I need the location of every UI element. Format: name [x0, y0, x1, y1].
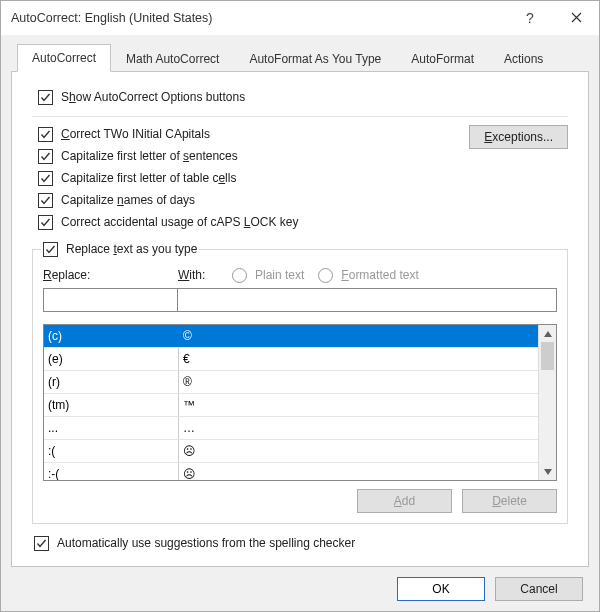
replace-header-row: Replace: With: Plain text Formatted text	[43, 264, 557, 286]
add-button[interactable]: Add	[357, 489, 452, 513]
check-label: Replace text as you type	[66, 242, 197, 256]
with-input[interactable]	[178, 288, 557, 312]
group-capitalization: Correct TWo INitial CApitals Capitalize …	[32, 123, 568, 245]
check-replace-as-you-type[interactable]: Replace text as you type	[43, 238, 197, 260]
exceptions-button[interactable]: Exceptions...	[469, 125, 568, 149]
replace-input-row	[43, 288, 557, 312]
list-item[interactable]: (e)€	[44, 347, 538, 370]
group-spelling-checker: Automatically use suggestions from the s…	[32, 532, 568, 554]
replace-col-label: Replace:	[43, 268, 178, 282]
list-item[interactable]: (tm)™	[44, 393, 538, 416]
tab-autoformat-as-you-type[interactable]: AutoFormat As You Type	[234, 45, 396, 72]
check-names-of-days[interactable]: Capitalize names of days	[38, 189, 568, 211]
tab-math-autocorrect[interactable]: Math AutoCorrect	[111, 45, 234, 72]
tab-autoformat[interactable]: AutoFormat	[396, 45, 489, 72]
radio-formatted-text: Formatted text	[318, 264, 418, 286]
autocorrect-dialog: AutoCorrect: English (United States) ? A…	[0, 0, 600, 612]
radio-label: Formatted text	[341, 268, 418, 282]
radio-label: Plain text	[255, 268, 304, 282]
checkbox-icon	[34, 536, 49, 551]
check-label: Show AutoCorrect Options buttons	[61, 90, 245, 104]
check-label: Automatically use suggestions from the s…	[57, 536, 355, 550]
checkbox-icon	[38, 215, 53, 230]
close-button[interactable]	[553, 1, 599, 35]
scroll-up-icon[interactable]	[539, 325, 556, 342]
dialog-button-row: OK Cancel	[11, 567, 589, 601]
check-label: Capitalize names of days	[61, 193, 195, 207]
replace-input[interactable]	[43, 288, 178, 312]
list-item[interactable]: (c)©	[44, 325, 538, 347]
radio-plain-text: Plain text	[232, 264, 304, 286]
ok-button[interactable]: OK	[397, 577, 485, 601]
list-scrollbar[interactable]	[538, 325, 556, 480]
tab-page-autocorrect: Show AutoCorrect Options buttons Correct…	[11, 72, 589, 567]
list-item[interactable]: (r)®	[44, 370, 538, 393]
check-use-spelling-suggestions[interactable]: Automatically use suggestions from the s…	[34, 532, 568, 554]
tab-bar: AutoCorrect Math AutoCorrect AutoFormat …	[11, 43, 589, 72]
tab-actions[interactable]: Actions	[489, 45, 558, 72]
cancel-button[interactable]: Cancel	[495, 577, 583, 601]
client-area: AutoCorrect Math AutoCorrect AutoFormat …	[1, 35, 599, 611]
checkbox-icon	[38, 171, 53, 186]
title-bar: AutoCorrect: English (United States) ?	[1, 1, 599, 35]
scroll-thumb[interactable]	[541, 342, 554, 370]
check-label: Capitalize first letter of table cells	[61, 171, 236, 185]
group-show-options: Show AutoCorrect Options buttons	[32, 86, 568, 117]
check-first-letter-table-cells[interactable]: Capitalize first letter of table cells	[38, 167, 568, 189]
help-button[interactable]: ?	[507, 1, 553, 35]
radio-icon	[232, 268, 247, 283]
window-title: AutoCorrect: English (United States)	[11, 11, 212, 25]
delete-button[interactable]: Delete	[462, 489, 557, 513]
check-label: Correct accidental usage of cAPS LOCK ke…	[61, 215, 298, 229]
check-label: Correct TWo INitial CApitals	[61, 127, 210, 141]
close-icon	[571, 10, 582, 26]
checkbox-icon	[43, 242, 58, 257]
replace-button-row: Add Delete	[43, 489, 557, 513]
check-show-autocorrect-options[interactable]: Show AutoCorrect Options buttons	[38, 86, 568, 108]
list-item[interactable]: :(☹	[44, 439, 538, 462]
list-item[interactable]: ...…	[44, 416, 538, 439]
radio-icon	[318, 268, 333, 283]
list-item[interactable]: :-(☹	[44, 462, 538, 480]
checkbox-icon	[38, 127, 53, 142]
check-label: Capitalize first letter of sentences	[61, 149, 238, 163]
group-replace: Replace text as you type Replace: With: …	[32, 249, 568, 524]
check-caps-lock[interactable]: Correct accidental usage of cAPS LOCK ke…	[38, 211, 568, 233]
with-col-label: With:	[178, 268, 226, 282]
checkbox-icon	[38, 90, 53, 105]
tab-autocorrect[interactable]: AutoCorrect	[17, 44, 111, 72]
scroll-down-icon[interactable]	[539, 463, 556, 480]
checkbox-icon	[38, 149, 53, 164]
replace-list: (c)© (e)€ (r)® (tm)™ ...… :(☹ :-(☹	[43, 324, 557, 481]
replace-list-body[interactable]: (c)© (e)€ (r)® (tm)™ ...… :(☹ :-(☹	[44, 325, 538, 480]
scroll-track[interactable]	[539, 342, 556, 463]
checkbox-icon	[38, 193, 53, 208]
